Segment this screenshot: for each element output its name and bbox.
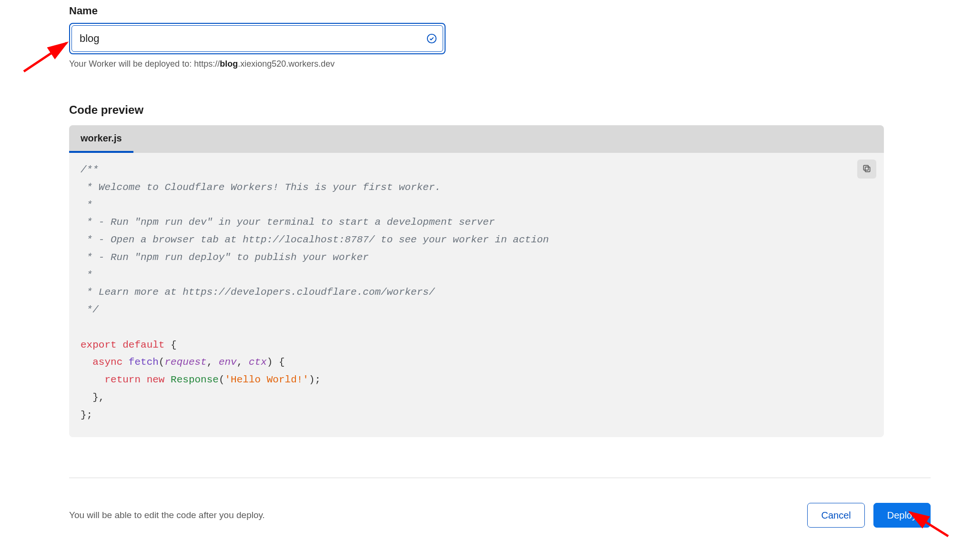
- code-editor-content: /** * Welcome to Cloudflare Workers! Thi…: [69, 153, 884, 437]
- footer-note: You will be able to edit the code after …: [69, 510, 265, 520]
- checkmark-circle-icon: [426, 33, 437, 44]
- name-input-focus-ring: [69, 23, 446, 54]
- code-preview-heading: Code preview: [69, 103, 884, 117]
- name-field-group: Name Your Worker will be deployed to: ht…: [69, 5, 884, 69]
- svg-point-0: [427, 34, 436, 43]
- name-input-wrapper: [69, 23, 446, 54]
- deploy-button[interactable]: Deploy: [873, 503, 931, 528]
- name-field-label: Name: [69, 5, 884, 17]
- svg-rect-1: [865, 167, 870, 171]
- code-preview-panel: worker.js /** * Welcome to Cloudflare Wo…: [69, 125, 884, 437]
- tab-worker-js[interactable]: worker.js: [69, 125, 133, 153]
- deploy-url-helper: Your Worker will be deployed to: https:/…: [69, 59, 884, 69]
- code-tabs-bar: worker.js: [69, 125, 884, 153]
- worker-name-input[interactable]: [71, 25, 443, 52]
- copy-icon: [862, 164, 872, 175]
- footer-actions: Cancel Deploy: [807, 503, 931, 528]
- footer-bar: You will be able to edit the code after …: [69, 478, 931, 528]
- footer-divider: [69, 478, 931, 478]
- copy-code-button[interactable]: [857, 160, 876, 179]
- svg-rect-2: [863, 165, 868, 170]
- cancel-button[interactable]: Cancel: [807, 503, 864, 528]
